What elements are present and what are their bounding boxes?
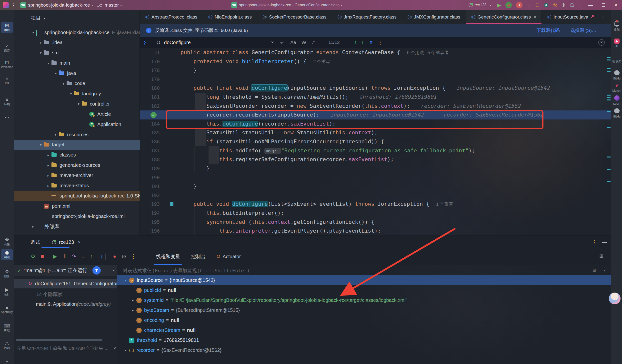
tree-row[interactable]: ▾code <box>14 78 140 89</box>
search-filter-icon[interactable] <box>369 40 373 45</box>
editor-tab[interactable]: CAbstractProtocol.class <box>140 10 203 24</box>
evaluate-expression-input[interactable]: 对表达式求值(Enter)或添加监视(Ctrl+Shift+Enter) <box>123 268 250 274</box>
thread-selector-chevron-icon[interactable]: ▾ <box>113 268 115 272</box>
tree-chevron-icon[interactable]: ▾ <box>30 30 36 34</box>
variable-chevron-icon[interactable]: ▾ <box>122 278 129 282</box>
step-into-icon[interactable]: ↓ <box>79 253 87 260</box>
project-panel-header[interactable]: 项目 ▾ <box>31 15 47 21</box>
expand-editor-icon[interactable]: ↗ <box>590 14 594 19</box>
next-match-icon[interactable]: ↓ <box>361 39 364 45</box>
run-config-chevron-icon[interactable]: ▾ <box>488 3 493 7</box>
resume-icon[interactable]: ▶ <box>51 253 58 260</box>
tree-chevron-icon[interactable]: ▾ <box>68 92 74 96</box>
assistant-avatar[interactable] <box>609 293 621 304</box>
minimize-button[interactable]: — <box>586 3 595 8</box>
code-line[interactable]: 191} <box>140 182 611 191</box>
code-line[interactable]: 189} <box>140 164 611 173</box>
thread-selector-row[interactable]: ✓ "main"@1 在…ain": 正在运行 ▾ <box>14 265 117 276</box>
right-strip-ai[interactable]: ◆AI <box>611 38 622 48</box>
variable-chevron-icon[interactable]: ▸ <box>130 308 136 312</box>
debug-button[interactable]: ◉ <box>505 2 512 8</box>
editor-tab[interactable]: CJMXConfigurator.class <box>402 10 466 24</box>
build-tools-icon[interactable]: ⚒ <box>553 2 557 8</box>
tree-chevron-icon[interactable]: ▾ <box>38 143 44 147</box>
code-line[interactable]: 194this.buildInterpreter(); <box>140 209 611 218</box>
stack-frame-row[interactable]: main:9, Application (code.landgrey) <box>14 299 117 309</box>
maximize-button[interactable] <box>599 3 607 8</box>
sidebar-item-build-icon[interactable]: ⚒构建 <box>1 236 13 248</box>
debug-view-tab[interactable]: 线程和变量 <box>151 248 186 265</box>
choose-sources-link[interactable]: 选择源 (S)… <box>570 27 596 34</box>
tree-row[interactable]: ▸maven-archiver <box>14 171 140 181</box>
thread-selector[interactable]: "main"@1 在…ain": 正在运行 <box>24 267 87 274</box>
code-line[interactable]: 182SaxEventRecorder recorder = new SaxEv… <box>140 102 611 111</box>
sidebar-item-problems-icon[interactable]: ⚠问题 <box>1 340 13 351</box>
code-line[interactable]: 178} <box>140 66 611 75</box>
variable-row[interactable]: ▾pinputSource={InputSource@1542} <box>117 275 611 285</box>
sidebar-item-git-icon[interactable]: ⅄Git <box>1 358 13 364</box>
whole-word-toggle[interactable]: W <box>301 39 306 45</box>
debug-session-tab[interactable]: rce123 <box>59 239 74 245</box>
variables-view-icon[interactable]: ⊞ <box>593 268 596 273</box>
window-title-chevron-icon[interactable]: ▾ <box>340 3 344 7</box>
plugin-icon[interactable]: ❋ <box>562 2 566 8</box>
stripe-mark[interactable] <box>607 97 611 98</box>
variable-chevron-icon[interactable]: ▸ <box>130 298 136 302</box>
tree-row[interactable]: ▾springboot-jolokia-logback-rce E:\javaF… <box>14 27 140 38</box>
sidebar-item-project-icon[interactable]: ⊞项目 <box>1 22 13 33</box>
code-line[interactable]: 190 <box>140 173 611 182</box>
tree-row[interactable]: ▾main <box>14 58 140 68</box>
stripe-mark[interactable] <box>607 181 611 182</box>
layout-settings-icon[interactable]: ⊞ <box>599 253 603 259</box>
clear-search-icon[interactable]: × <box>271 40 274 45</box>
editor-error-stripe[interactable] <box>606 10 611 235</box>
tree-row[interactable]: ▾target <box>14 140 140 150</box>
close-search-icon[interactable]: × <box>598 39 605 46</box>
tree-chevron-icon[interactable]: ▾ <box>53 71 59 75</box>
project-chevron-icon[interactable]: ▾ <box>90 3 94 7</box>
debug-panel-minimize-icon[interactable]: — <box>602 239 607 245</box>
project-header-chevron-icon[interactable]: ▾ <box>42 17 47 20</box>
newline-icon[interactable]: ↵ <box>280 40 284 45</box>
variable-row[interactable]: ▸fsystemId="file:/E:/javaFuxian/SpringBo… <box>117 295 611 305</box>
tree-row[interactable]: mpom.xml <box>14 201 140 211</box>
debug-panel-more-icon[interactable]: ⋮ <box>592 239 597 245</box>
editor-tab[interactable]: CSocketProcessorBase.class <box>257 10 332 24</box>
tree-row[interactable]: ▾landgrey <box>14 89 140 99</box>
tree-row[interactable]: ▸maven-status <box>14 181 140 191</box>
code-line[interactable]: 186if (statusUtil.noXMLParsingErrorsOccu… <box>140 137 611 146</box>
frames-filter-button[interactable] <box>93 266 101 274</box>
branch-chevron-icon[interactable]: ▾ <box>119 3 123 7</box>
tree-row[interactable]: ▾java <box>14 68 140 78</box>
tree-row[interactable]: springboot-jolokia-logback-rce-1.0-SNAPS… <box>14 191 140 201</box>
close-tab-icon[interactable]: × <box>534 15 536 19</box>
variable-row[interactable]: fcharacterStream=null <box>117 325 611 335</box>
tree-chevron-icon[interactable]: ▸ <box>38 41 44 45</box>
right-strip-maven[interactable]: VMaven <box>611 83 622 92</box>
editor-tab[interactable]: CNioEndpoint.class <box>203 10 257 24</box>
code-line[interactable]: 195synchronized (this.context.getConfigu… <box>140 218 611 227</box>
close-hint-icon[interactable]: × <box>114 346 116 351</box>
breakpoint-verified-icon[interactable]: ✓ <box>151 112 156 118</box>
tree-row[interactable]: ▸.idea <box>14 38 140 48</box>
editor-tab[interactable]: CJmxRequestFactory.class <box>332 10 402 24</box>
code-line[interactable]: 193public void doConfigure(List<SaxEvent… <box>140 200 611 209</box>
stripe-mark[interactable] <box>607 169 611 170</box>
stripe-mark[interactable] <box>607 156 611 157</box>
search-input[interactable]: doConfigure <box>164 40 191 45</box>
stack-frame-row[interactable]: ↻doConfigure:151, GenericConfigurator ( <box>14 279 117 288</box>
pause-icon[interactable]: ‖ <box>61 253 68 260</box>
regex-toggle[interactable]: .* <box>312 40 315 45</box>
search-more-icon[interactable]: ⋮ <box>378 40 383 45</box>
stripe-mark[interactable] <box>607 127 611 128</box>
variables-chevron-icon[interactable]: ▾ <box>603 268 605 272</box>
right-strip-database[interactable]: 数据库 <box>611 55 622 64</box>
view-breakpoints-icon[interactable]: ● <box>111 253 118 260</box>
frames-hscrollbar[interactable] <box>16 339 102 341</box>
variable-row[interactable]: fencoding=null <box>117 315 611 325</box>
project-switcher[interactable]: springboot-jolokia-logback-rce <box>28 2 90 8</box>
stripe-mark[interactable] <box>607 111 611 112</box>
stripe-mark[interactable] <box>607 57 611 58</box>
stop-icon[interactable]: ■ <box>39 253 46 260</box>
tree-row[interactable]: springboot-jolokia-logback-rce.iml <box>14 211 140 221</box>
